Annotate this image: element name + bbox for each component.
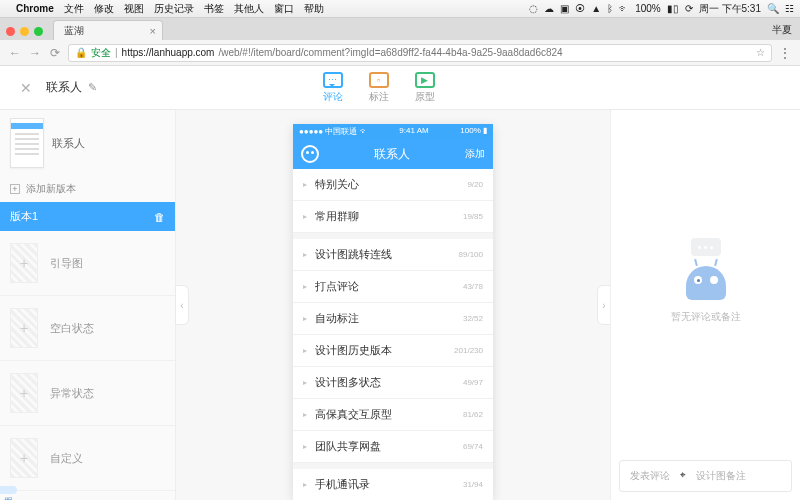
tab-prototype[interactable]: ▶ 原型	[415, 72, 435, 104]
phone-navbar: 联系人 添加	[293, 139, 493, 169]
chrome-menu-icon[interactable]: ⋮	[778, 46, 792, 60]
mac-menu-help[interactable]: 帮助	[304, 2, 324, 16]
sidebar-state-item[interactable]: +引导图	[0, 231, 175, 296]
browser-tab[interactable]: 蓝湖 ×	[53, 20, 163, 40]
lock-icon: 🔒	[75, 47, 87, 58]
status-icon: ☁	[544, 3, 554, 14]
contact-cell[interactable]: ▸特别关心9/20	[293, 169, 493, 201]
window-controls[interactable]	[6, 27, 43, 40]
mac-app-name[interactable]: Chrome	[16, 3, 54, 14]
maximize-window-icon[interactable]	[34, 27, 43, 36]
chevron-right-icon: ▸	[303, 314, 307, 323]
contact-cell[interactable]: ▸常用群聊19/85	[293, 201, 493, 233]
bookmark-star-icon[interactable]: ☆	[756, 47, 765, 58]
forward-icon: →	[28, 46, 42, 60]
close-icon[interactable]: ✕	[20, 80, 32, 96]
placeholder-thumb: +	[10, 243, 38, 283]
sidebar: 联系人 + 添加新版本 版本1 🗑 +引导图+空白状态+异常状态+自定义 客服	[0, 110, 176, 500]
version-item-active[interactable]: 版本1 🗑	[0, 202, 175, 231]
sidebar-item-label: 空白状态	[50, 321, 94, 336]
comment-icon: ⋯	[323, 72, 343, 88]
contact-cell[interactable]: ▸设计图多状态49/97	[293, 367, 493, 399]
contact-cell[interactable]: ▸打点评论43/78	[293, 271, 493, 303]
contact-cell[interactable]: ▸设计图历史版本201/230	[293, 335, 493, 367]
tab-label: 评论	[323, 90, 343, 104]
sidebar-state-item[interactable]: +异常状态	[0, 361, 175, 426]
reload-icon[interactable]: ⟳	[48, 46, 62, 60]
mac-menu-bookmarks[interactable]: 书签	[204, 2, 224, 16]
cell-count: 81/62	[463, 410, 483, 419]
mac-menu-edit[interactable]: 修改	[94, 2, 114, 16]
cell-label: 团队共享网盘	[315, 439, 463, 454]
cell-count: 32/52	[463, 314, 483, 323]
tab-title: 蓝湖	[64, 24, 84, 38]
avatar-icon[interactable]	[301, 145, 319, 163]
add-version-label: 添加新版本	[26, 182, 76, 196]
chevron-right-icon: ▸	[303, 346, 307, 355]
mac-menu-view[interactable]: 视图	[124, 2, 144, 16]
status-icon[interactable]: ☷	[785, 3, 794, 14]
empty-text: 暂无评论或备注	[671, 310, 741, 324]
contact-cell[interactable]: ▸手机通讯录31/94	[293, 463, 493, 500]
collapse-right-icon[interactable]: ›	[597, 285, 611, 325]
address-bar[interactable]: 🔒 安全 | https://lanhuapp.com/web/#!/item/…	[68, 44, 772, 62]
back-icon[interactable]: ←	[8, 46, 22, 60]
search-icon[interactable]: 🔍	[767, 3, 779, 14]
close-window-icon[interactable]	[6, 27, 15, 36]
sidebar-item-label: 自定义	[50, 451, 83, 466]
trash-icon[interactable]: 🗑	[154, 211, 165, 223]
side-tag[interactable]: 客服	[0, 486, 17, 494]
status-icon: ◌	[529, 3, 538, 14]
close-tab-icon[interactable]: ×	[150, 25, 156, 37]
contact-cell[interactable]: ▸高保真交互原型81/62	[293, 399, 493, 431]
phone-mockup: ●●●●● 中国联通 ᯤ 9:41 AM 100% ▮ 联系人 添加 ▸特别关心…	[293, 124, 493, 500]
chevron-right-icon: ▸	[303, 250, 307, 259]
speech-bubble-icon	[691, 238, 721, 256]
thumbnail-label: 联系人	[52, 136, 85, 151]
screen-thumbnail[interactable]	[10, 118, 44, 168]
chevron-right-icon: ▸	[303, 282, 307, 291]
sidebar-state-item[interactable]: +空白状态	[0, 296, 175, 361]
cell-count: 19/85	[463, 212, 483, 221]
url-host: https://lanhuapp.com	[122, 47, 215, 58]
minimize-window-icon[interactable]	[20, 27, 29, 36]
edit-icon[interactable]: ✎	[88, 81, 97, 94]
chrome-profile[interactable]: 半夏	[772, 23, 792, 40]
sidebar-state-item[interactable]: +自定义	[0, 426, 175, 491]
mac-menu-history[interactable]: 历史记录	[154, 2, 194, 16]
cell-label: 设计图跳转连线	[315, 247, 459, 262]
version-label: 版本1	[10, 209, 38, 224]
clock[interactable]: 周一 下午5:31	[699, 2, 761, 16]
collapse-left-icon[interactable]: ‹	[175, 285, 189, 325]
contact-cell[interactable]: ▸设计图跳转连线89/100	[293, 233, 493, 271]
add-version-button[interactable]: + 添加新版本	[0, 176, 175, 202]
tab-comment[interactable]: ⋯ 评论	[323, 72, 343, 104]
cell-label: 手机通讯录	[315, 477, 463, 492]
cell-label: 常用群聊	[315, 209, 463, 224]
mac-menu-window[interactable]: 窗口	[274, 2, 294, 16]
cell-label: 设计图历史版本	[315, 343, 454, 358]
contact-cell[interactable]: ▸团队共享网盘69/74	[293, 431, 493, 463]
nav-title: 联系人	[374, 146, 410, 163]
bluetooth-icon: ᛒ	[607, 3, 613, 14]
tab-label: 原型	[415, 90, 435, 104]
comment-input[interactable]: 发表评论 ⌖ 设计图备注	[619, 460, 792, 492]
nav-add-button[interactable]: 添加	[465, 147, 485, 161]
carrier: ●●●●● 中国联通 ᯤ	[299, 126, 368, 137]
sidebar-item-label: 引导图	[50, 256, 83, 271]
chevron-right-icon: ▸	[303, 212, 307, 221]
comment-panel: 暂无评论或备注 发表评论 ⌖ 设计图备注	[610, 110, 800, 500]
tab-annotate[interactable]: ▫ 标注	[369, 72, 389, 104]
mac-menu-people[interactable]: 其他人	[234, 2, 264, 16]
mac-menu-file[interactable]: 文件	[64, 2, 84, 16]
app-header: ✕ 联系人 ✎ ⋯ 评论 ▫ 标注 ▶ 原型	[0, 66, 800, 110]
cell-label: 设计图多状态	[315, 375, 463, 390]
workspace: 联系人 + 添加新版本 版本1 🗑 +引导图+空白状态+异常状态+自定义 客服 …	[0, 110, 800, 500]
chrome-tabstrip: 蓝湖 × 半夏	[0, 18, 800, 40]
mode-tabs: ⋯ 评论 ▫ 标注 ▶ 原型	[323, 72, 435, 104]
contact-cell[interactable]: ▸自动标注32/52	[293, 303, 493, 335]
chevron-right-icon: ▸	[303, 410, 307, 419]
canvas[interactable]: ‹ › ●●●●● 中国联通 ᯤ 9:41 AM 100% ▮ 联系人 添加 ▸…	[176, 110, 610, 500]
cell-count: 69/74	[463, 442, 483, 451]
chevron-right-icon: ▸	[303, 442, 307, 451]
